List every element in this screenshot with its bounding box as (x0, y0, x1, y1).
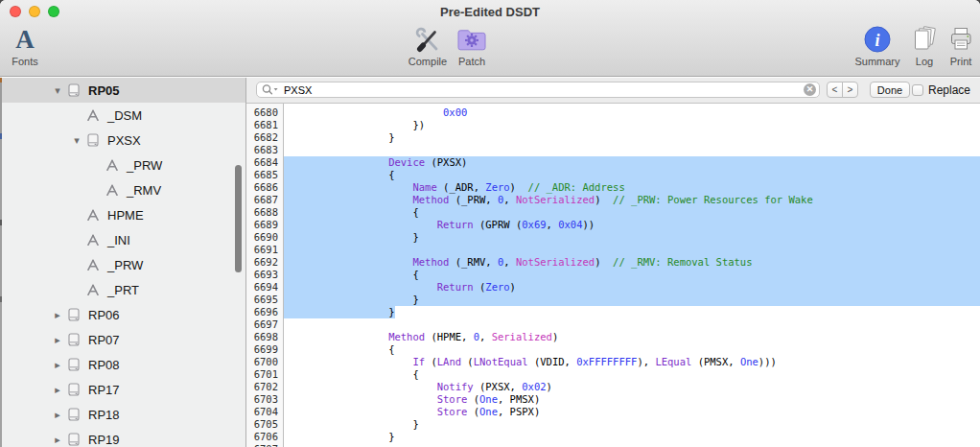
code-segment-kw: Name (412, 181, 436, 193)
search-icon[interactable] (262, 83, 280, 96)
code-text[interactable]: { (284, 169, 980, 181)
done-button[interactable]: Done (870, 82, 910, 98)
code-text[interactable]: Store (One, PMSX) (284, 393, 980, 406)
find-previous-button[interactable]: < (827, 82, 843, 98)
disclosure-collapsed-icon[interactable]: ▸ (50, 407, 65, 422)
sidebar-item-rp07[interactable]: ▸RP07 (0, 327, 245, 352)
sidebar-item-_ini[interactable]: _INI (0, 227, 245, 252)
sidebar-item-label: RP18 (88, 408, 120, 422)
code-text[interactable]: { (284, 368, 980, 381)
info-circle-icon: i (850, 24, 905, 55)
code-text[interactable]: { (284, 206, 980, 219)
toolbar-button-patch[interactable]: Patch (449, 24, 495, 67)
code-segment-plain: } (292, 294, 419, 305)
code-segment-plain: (GPRW ( (474, 219, 523, 230)
code-segment-plain: , (503, 194, 516, 205)
code-text[interactable]: } (284, 131, 980, 144)
screwdriver-wrench-icon (401, 24, 455, 55)
serif-a-icon: A (4, 24, 46, 55)
disclosure-expanded-icon[interactable]: ▾ (50, 82, 65, 98)
toolbar-button-compile[interactable]: Compile (401, 24, 455, 67)
line-number: 6683 (246, 144, 284, 156)
code-segment-plain: (_ADR, (437, 181, 486, 193)
disclosure-expanded-icon[interactable]: ▾ (69, 132, 84, 148)
sidebar-item-rp18[interactable]: ▸RP18 (0, 402, 245, 427)
replace-checkbox[interactable] (912, 84, 923, 96)
sidebar-item-rp17[interactable]: ▸RP17 (0, 377, 245, 402)
sidebar-item-rp06[interactable]: ▸RP06 (0, 302, 245, 327)
code-segment-plain (292, 281, 437, 293)
sidebar-item-hpme[interactable]: HPME (0, 202, 245, 227)
device-icon (66, 382, 82, 397)
code-text[interactable]: 0x00 (284, 106, 980, 119)
code-segment-plain: (HPME, (425, 331, 474, 342)
disclosure-collapsed-icon[interactable]: ▸ (50, 332, 65, 347)
code-text[interactable]: } (284, 231, 980, 244)
code-text[interactable]: } (284, 294, 980, 306)
code-text[interactable] (284, 318, 980, 331)
find-next-button[interactable]: > (842, 82, 858, 98)
sidebar-item-_prw[interactable]: _PRW (0, 252, 245, 277)
code-editor[interactable]: 6680 0x006681 })6682 }66836684 Device (P… (246, 104, 980, 447)
disclosure-collapsed-icon[interactable]: ▸ (50, 357, 65, 372)
toolbar-button-log[interactable]: Log (905, 24, 944, 67)
clear-search-icon[interactable]: ✕ (804, 83, 816, 96)
sidebar-scrollbar-thumb[interactable] (235, 165, 242, 272)
code-text[interactable]: Store (One, PSPX) (284, 406, 980, 418)
code-text[interactable]: Return (Zero) (284, 281, 980, 294)
toolbar-button-fonts[interactable]: A Fonts (4, 24, 46, 67)
sidebar-list: ▾RP05_DSM▾PXSX_PRW_RMVHPME_INI_PRW_PRT▸R… (0, 78, 245, 447)
code-text[interactable]: Method (_RMV, 0, NotSerialized) // _RMV:… (284, 256, 980, 269)
sidebar-item-_prw[interactable]: _PRW (0, 153, 245, 177)
code-text[interactable]: Name (_ADR, Zero) // _ADR: Address (284, 181, 980, 194)
line-number: 6685 (246, 169, 284, 181)
code-line: 6694 Return (Zero) (246, 281, 980, 294)
sidebar-item-rp19[interactable]: ▸RP19 (0, 427, 245, 447)
toolbar-button-summary[interactable]: i Summary (850, 24, 905, 67)
code-segment-num: 0x00 (443, 106, 467, 118)
code-text[interactable]: Method (_PRW, 0, NotSerialized) // _PRW:… (284, 194, 980, 206)
line-number: 6691 (246, 244, 284, 256)
code-text[interactable]: Device (PXSX) (284, 156, 980, 169)
code-text[interactable] (284, 244, 980, 256)
sidebar-item-_rmv[interactable]: _RMV (0, 177, 245, 202)
method-icon (85, 207, 101, 223)
code-segment-plain: ) (510, 281, 516, 293)
code-segment-plain (292, 256, 412, 268)
code-text[interactable]: Notify (PXSX, 0x02) (284, 381, 980, 393)
code-text[interactable]: If (LAnd (LNotEqual (VDID, 0xFFFFFFFF), … (284, 356, 980, 368)
disclosure-collapsed-icon[interactable]: ▸ (50, 432, 65, 447)
code-text[interactable]: { (284, 343, 980, 356)
sidebar-item-_prt[interactable]: _PRT (0, 277, 245, 302)
device-icon (66, 432, 82, 447)
code-segment-kw: LNotEqual (474, 356, 528, 367)
code-text[interactable]: Return (GPRW (0x69, 0x04)) (284, 219, 980, 231)
toolbar-button-print[interactable]: Print (940, 24, 980, 67)
disclosure-collapsed-icon[interactable]: ▸ (50, 307, 65, 322)
line-number: 6706 (246, 431, 284, 443)
sidebar-item-pxsx[interactable]: ▾PXSX (0, 128, 245, 153)
code-text[interactable]: Method (HPME, 0, Serialized) (284, 331, 980, 343)
sidebar-item-label: RP17 (88, 383, 120, 397)
code-segment-plain (292, 393, 437, 405)
code-text[interactable] (284, 443, 980, 447)
code-text[interactable]: }) (284, 119, 980, 131)
line-number: 6701 (246, 368, 284, 381)
code-text[interactable]: } (284, 431, 980, 443)
search-field[interactable]: ✕ (256, 82, 820, 98)
code-text[interactable]: { (284, 269, 980, 281)
sidebar-item-_dsm[interactable]: _DSM (0, 103, 245, 128)
code-text[interactable]: } (284, 418, 980, 431)
line-number: 6689 (246, 219, 284, 231)
search-input[interactable] (284, 84, 804, 96)
sidebar-item-rp08[interactable]: ▸RP08 (0, 352, 245, 377)
code-segment-com: // _ADR: Address (528, 181, 625, 193)
code-segment-kw: LAnd (437, 356, 461, 367)
code-line: 6687 Method (_PRW, 0, NotSerialized) // … (246, 194, 980, 206)
code-text[interactable]: } (284, 306, 980, 318)
disclosure-collapsed-icon[interactable]: ▸ (50, 382, 65, 397)
code-text[interactable] (284, 144, 980, 156)
code-line: 6690 } (246, 231, 980, 244)
sidebar-item-rp05[interactable]: ▾RP05 (0, 78, 245, 103)
code-segment-plain: ) (510, 181, 528, 193)
